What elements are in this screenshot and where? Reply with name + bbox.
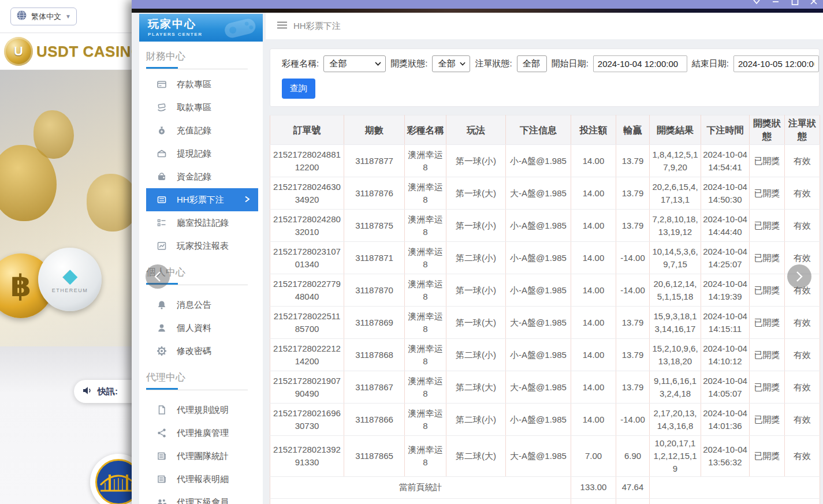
table-row: 2152172802251185700 31187869 澳洲幸运8 第一球(大…: [270, 307, 820, 339]
sidebar-item-room-bet-record[interactable]: 廳室投註記錄: [146, 211, 258, 234]
language-selector[interactable]: 繁体中文 ▼: [10, 8, 77, 25]
sidebar-item-recharge-record[interactable]: 充值記錄: [146, 119, 258, 142]
cell-bet-amount: 14.00: [571, 307, 616, 339]
chevron-down-icon[interactable]: [752, 0, 761, 6]
chart-report-icon: [157, 241, 167, 251]
column-header: 訂單號: [270, 115, 344, 145]
cell-draw-status: 已開獎: [750, 404, 785, 436]
sidebar-item-agent-rules[interactable]: 代理規則說明: [146, 398, 258, 421]
sidebar-item-change-password[interactable]: 修改密碼: [146, 339, 258, 363]
sidebar-item-profile[interactable]: 個人資料: [146, 316, 258, 339]
cell-draw-status: 已開獎: [750, 177, 785, 210]
hamburger-menu-icon[interactable]: [277, 21, 287, 31]
table-row: 2152172802169630730 31187866 澳洲幸运8 第二球(小…: [270, 404, 820, 436]
money-bag-icon: [157, 125, 167, 136]
top-bar: 繁体中文 ▼: [0, 0, 132, 33]
sidebar-item-agent-promotion[interactable]: 代理推廣管理: [146, 421, 258, 445]
cell-lottery-name: 澳洲幸运8: [405, 210, 446, 242]
lottery-name-select[interactable]: 全部: [323, 55, 386, 72]
start-date-input[interactable]: [593, 55, 687, 72]
cell-bet-amount: 14.00: [571, 371, 616, 404]
cell-draw-result: 15,9,3,18,13,14,16,17: [650, 307, 701, 339]
app-window: 玩家中心 PLAYERS CENTER 財務中心 存款專區 取款專區: [132, 0, 823, 504]
background-page: 繁体中文 ▼ U USDT CASINO ฿ ◆ ETHEREUM 快訊:: [0, 0, 132, 504]
cell-period: 31187866: [344, 404, 405, 436]
minimize-button[interactable]: [771, 0, 780, 6]
end-date-input[interactable]: [733, 55, 819, 72]
gear-icon: [157, 346, 167, 356]
order-status-select[interactable]: 全部: [517, 55, 547, 72]
cell-period: 31187871: [344, 242, 405, 274]
carousel-next-button[interactable]: [787, 264, 811, 289]
cell-lottery-name: 澳洲幸运8: [405, 145, 446, 177]
sidebar-item-funds-record[interactable]: 資金記錄: [146, 165, 258, 188]
sidebar-item-withdraw[interactable]: 取款專區: [146, 96, 258, 119]
page-title: HH彩票下注: [293, 21, 341, 32]
cell-draw-status: 已開獎: [750, 210, 785, 242]
cell-bet-time: 2024-10-04 14:10:12: [701, 339, 750, 371]
cell-play-type: 第二球(小): [446, 339, 506, 371]
summary-label: 當前頁統計: [270, 476, 571, 498]
sidebar-item-deposit[interactable]: 存款專區: [146, 73, 258, 96]
app-body: 玩家中心 PLAYERS CENTER 財務中心 存款專區 取款專區: [132, 13, 823, 504]
cell-bet-amount: 14.00: [571, 210, 616, 242]
cell-period: 31187877: [344, 145, 405, 177]
cell-draw-status: 已開獎: [750, 145, 785, 177]
cell-bet-info: 大-A盤@1.985: [506, 436, 571, 476]
brand-row: U USDT CASINO: [0, 33, 132, 69]
sidebar-item-player-bet-report[interactable]: 玩家投注報表: [146, 234, 258, 257]
cell-bet-amount: 14.00: [571, 404, 616, 436]
wallet-envelope-icon: [157, 148, 167, 159]
column-header: 開獎狀態: [750, 115, 785, 145]
cell-lottery-name: 澳洲幸运8: [405, 307, 446, 339]
cell-play-type: 第一球(大): [446, 307, 506, 339]
cell-draw-status: 已開獎: [750, 307, 785, 339]
cell-order-no: 2152172802221214200: [270, 339, 344, 371]
column-header: 輸贏: [616, 115, 650, 145]
sidebar-item-agent-downline[interactable]: 代理下級會員: [146, 491, 258, 504]
cell-order-no: 2152172802277948040: [270, 274, 344, 307]
cell-bet-amount: 14.00: [571, 339, 616, 371]
newspaper-icon: [157, 474, 167, 484]
language-label: 繁体中文: [31, 12, 61, 22]
cell-draw-result: 20,2,6,15,4,17,13,1: [650, 177, 701, 210]
cell-period: 31187867: [344, 371, 405, 404]
share-icon: [157, 428, 167, 438]
cell-period: 31187875: [344, 210, 405, 242]
cell-play-type: 第二球(大): [446, 371, 506, 404]
cell-win-loss: 13.79: [616, 307, 650, 339]
summary-bet-total: 133.00: [571, 476, 616, 498]
table-body: 2152172802488112200 31187877 澳洲幸运8 第一球(小…: [270, 145, 820, 476]
money-bag-graphic: [33, 110, 74, 159]
table-row: 2152172802428032010 31187875 澳洲幸运8 第一球(小…: [270, 210, 820, 242]
cell-bet-time: 2024-10-04 14:01:36: [701, 404, 750, 436]
person-icon: [157, 323, 167, 333]
cell-order-no: 2152172802139291330: [270, 436, 344, 476]
close-button[interactable]: [809, 0, 818, 6]
start-date-label: 開始日期:: [552, 58, 589, 69]
maximize-button[interactable]: [790, 0, 799, 6]
cell-play-type: 第一球(小): [446, 145, 506, 177]
search-button[interactable]: 查詢: [282, 79, 315, 99]
sidebar-item-agent-report-detail[interactable]: 代理報表明細: [146, 468, 258, 491]
cell-lottery-name: 澳洲幸运8: [405, 404, 446, 436]
cell-order-status: 有效: [785, 145, 820, 177]
draw-status-select[interactable]: 全部: [432, 55, 470, 72]
sidebar-item-withdraw-record[interactable]: 提現記錄: [146, 142, 258, 165]
sidebar-item-hh-lottery-bets[interactable]: HH彩票下注: [146, 188, 258, 211]
personal-nav: 消息公告 個人資料 修改密碼: [139, 293, 263, 363]
cell-order-no: 2152172802169630730: [270, 404, 344, 436]
cell-draw-result: 10,20,17,11,2,12,15,19: [650, 436, 701, 476]
cell-order-status: 有效: [785, 177, 820, 210]
carousel-prev-button[interactable]: [146, 264, 170, 289]
breadcrumb: HH彩票下注: [266, 13, 823, 39]
cell-bet-amount: 7.00: [571, 436, 616, 476]
sidebar-item-announcements[interactable]: 消息公告: [146, 293, 258, 316]
cell-draw-status: 已開獎: [750, 242, 785, 274]
cell-bet-info: 小-A盤@1.985: [506, 210, 571, 242]
caret-down-icon: ▼: [65, 13, 71, 20]
cell-bet-time: 2024-10-04 14:44:40: [701, 210, 750, 242]
cell-draw-status: 已開獎: [750, 436, 785, 476]
cell-period: 31187868: [344, 339, 405, 371]
sidebar-item-agent-team-stats[interactable]: 代理團隊統計: [146, 445, 258, 468]
